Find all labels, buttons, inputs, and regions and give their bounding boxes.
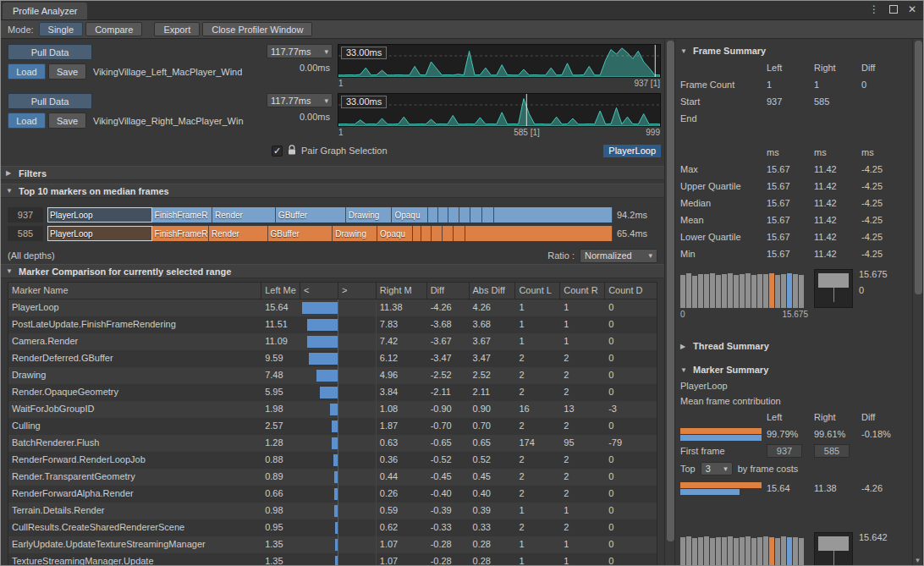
- table-row[interactable]: WaitForJobGroupID1.981.08-0.900.901613-3: [8, 401, 657, 418]
- pull-data-button[interactable]: Pull Data: [8, 44, 92, 60]
- marker-segment[interactable]: [494, 207, 613, 223]
- abs-diff-cell: 0.45: [470, 469, 516, 486]
- count-right-cell: 2: [560, 350, 605, 367]
- marker-segment[interactable]: PlayerLoop: [47, 226, 152, 241]
- column-abs-diff[interactable]: Abs Diff: [470, 283, 516, 299]
- marker-segment[interactable]: Opaqu: [377, 226, 413, 241]
- frame-summary-header[interactable]: ▼ Frame Summary: [680, 42, 907, 59]
- histogram-bar: [775, 275, 780, 308]
- marker-comparison-section-header[interactable]: ▼ Marker Comparison for currently select…: [1, 264, 664, 278]
- table-row[interactable]: RenderForward.RenderLoopJob0.880.36-0.52…: [8, 452, 657, 469]
- thread-summary-header[interactable]: ▶ Thread Summary: [680, 338, 907, 354]
- close-profiler-window-button[interactable]: Close Profiler Window: [202, 22, 312, 36]
- marker-segment[interactable]: Drawing: [333, 226, 377, 241]
- marker-segment[interactable]: GBuffer: [276, 207, 346, 223]
- maximize-icon[interactable]: [889, 5, 898, 14]
- scale-max-dropdown[interactable]: 117.77ms ▾: [267, 93, 333, 107]
- frame-duration-histogram[interactable]: [680, 269, 808, 308]
- marker-segment[interactable]: [432, 226, 443, 241]
- save-button[interactable]: Save: [48, 113, 86, 129]
- first-frame-right-button[interactable]: 585: [814, 444, 850, 458]
- marker-segment[interactable]: Opaqu: [392, 207, 428, 223]
- marker-segment[interactable]: FinishFrameR: [152, 226, 209, 241]
- load-button[interactable]: Load: [8, 113, 46, 129]
- marker-segment[interactable]: [413, 226, 421, 241]
- first-frame-left-button[interactable]: 937: [767, 444, 802, 458]
- marker-segment[interactable]: Drawing: [346, 207, 393, 223]
- marker-segment[interactable]: [421, 226, 432, 241]
- column-count-left[interactable]: Count L: [515, 283, 560, 299]
- marker-segment[interactable]: [448, 207, 459, 223]
- column-left-median[interactable]: Left Me: [261, 283, 300, 299]
- filters-section-header[interactable]: ▶ Filters: [1, 166, 664, 180]
- column-count-right[interactable]: Count R: [560, 283, 605, 299]
- table-row[interactable]: BatchRenderer.Flush1.280.63-0.650.651749…: [8, 435, 657, 452]
- table-row[interactable]: TextureStreamingManager.Update1.351.07-0…: [8, 553, 657, 565]
- marker-segment[interactable]: PlayerLoop: [47, 207, 152, 223]
- save-button[interactable]: Save: [48, 63, 86, 80]
- panel-vertical-scrollbar[interactable]: ▼: [912, 39, 923, 565]
- column-left-bar[interactable]: <: [300, 283, 338, 299]
- histogram-bar: [680, 275, 685, 308]
- scrollbar-thumb[interactable]: [667, 41, 674, 541]
- column-right-median[interactable]: Right M: [377, 283, 427, 299]
- scale-max-dropdown[interactable]: 117.77ms ▾: [267, 44, 333, 58]
- table-row[interactable]: RenderDeferred.GBuffer9.596.12-3.473.472…: [8, 350, 657, 367]
- scroll-down-icon[interactable]: ▼: [913, 557, 922, 564]
- table-row[interactable]: EarlyUpdate.UpdateTextureStreamingManage…: [8, 536, 657, 553]
- frame-time-graph-right[interactable]: 33.00ms: [338, 93, 661, 127]
- table-row[interactable]: Camera.Render11.097.42-3.673.67110: [8, 333, 657, 350]
- table-row[interactable]: Drawing7.484.96-2.522.52220: [8, 367, 657, 384]
- export-button[interactable]: Export: [154, 22, 200, 36]
- frame-time-graph-left[interactable]: 33.00ms: [338, 44, 661, 78]
- marker-segment[interactable]: [443, 226, 454, 241]
- pull-data-button[interactable]: Pull Data: [8, 93, 92, 109]
- table-row[interactable]: Render.TransparentGeometry0.890.44-0.450…: [8, 469, 657, 486]
- marker-segment[interactable]: [482, 207, 494, 223]
- column-right-bar[interactable]: >: [338, 283, 377, 299]
- table-row[interactable]: Render.OpaqueGeometry5.953.84-2.112.1122…: [8, 384, 657, 401]
- lock-icon[interactable]: [288, 145, 296, 157]
- pair-graph-selection-checkbox[interactable]: ✓: [272, 146, 283, 157]
- summary-value: -4.25: [861, 232, 909, 242]
- marker-segment[interactable]: Render: [209, 226, 267, 241]
- top-markers-section-header[interactable]: ▼ Top 10 markers on median frames: [1, 184, 664, 198]
- top-n-dropdown[interactable]: 3 ▾: [701, 462, 733, 475]
- marker-summary-columns: Left Right Diff: [680, 409, 907, 426]
- marker-duration-histogram[interactable]: [680, 532, 808, 565]
- column-marker-name[interactable]: Marker Name: [8, 283, 261, 299]
- close-icon[interactable]: ✕: [908, 3, 916, 15]
- marker-segment[interactable]: [470, 207, 482, 223]
- selected-marker-chip[interactable]: PlayerLoop: [603, 145, 661, 157]
- main-vertical-scrollbar[interactable]: [664, 39, 675, 565]
- count-diff-cell: 0: [605, 350, 657, 367]
- ratio-dropdown[interactable]: Normalized ▾: [580, 249, 657, 263]
- table-row[interactable]: PostLateUpdate.FinishFrameRendering11.51…: [8, 316, 657, 333]
- kebab-menu-icon[interactable]: ⋮: [869, 3, 879, 15]
- scrollbar-thumb[interactable]: [915, 41, 922, 294]
- marker-segment[interactable]: FinishFrameR: [152, 207, 212, 223]
- column-count-diff[interactable]: Count D: [605, 283, 657, 299]
- threshold-badge[interactable]: 33.00ms: [341, 96, 387, 108]
- column-diff[interactable]: Diff: [427, 283, 470, 299]
- table-row[interactable]: RenderForwardAlpha.Render0.660.26-0.400.…: [8, 486, 657, 503]
- threshold-badge[interactable]: 33.00ms: [341, 47, 387, 59]
- mode-dropdown[interactable]: Single: [39, 22, 84, 36]
- table-row[interactable]: Terrain.Details.Render0.980.59-0.390.391…: [8, 503, 657, 519]
- marker-summary-header[interactable]: ▼ Marker Summary: [680, 361, 907, 378]
- table-row[interactable]: Culling2.571.87-0.700.70220: [8, 418, 657, 435]
- load-button[interactable]: Load: [8, 63, 46, 80]
- marker-segment[interactable]: GBuffer: [268, 226, 333, 241]
- table-row[interactable]: CullResults.CreateSharedRendererScene0.9…: [8, 519, 657, 536]
- marker-segment[interactable]: [454, 226, 465, 241]
- marker-segment[interactable]: [459, 207, 470, 223]
- marker-segment[interactable]: Render: [212, 207, 276, 223]
- count-left-cell: 2: [515, 367, 560, 384]
- marker-segment[interactable]: [428, 207, 438, 223]
- table-row[interactable]: PlayerLoop15.6411.38-4.264.26110: [8, 299, 657, 316]
- marker-segment[interactable]: [438, 207, 448, 223]
- abs-diff-cell: 0.28: [470, 536, 516, 553]
- marker-segment[interactable]: [465, 226, 613, 241]
- tab-profile-analyzer[interactable]: Profile Analyzer: [3, 3, 87, 19]
- compare-button[interactable]: Compare: [85, 22, 142, 36]
